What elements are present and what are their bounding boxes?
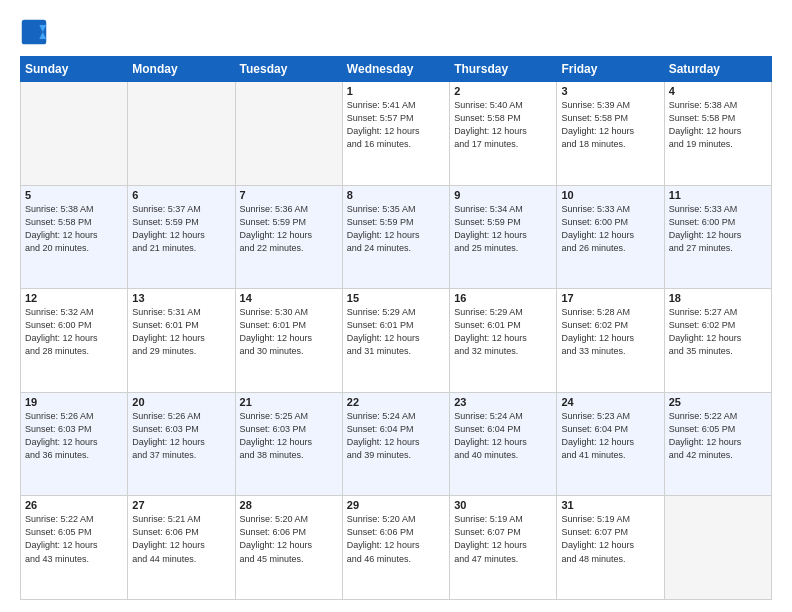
calendar-cell: 25Sunrise: 5:22 AM Sunset: 6:05 PM Dayli… xyxy=(664,392,771,496)
day-number: 9 xyxy=(454,189,552,201)
calendar-cell: 1Sunrise: 5:41 AM Sunset: 5:57 PM Daylig… xyxy=(342,82,449,186)
day-number: 27 xyxy=(132,499,230,511)
day-info: Sunrise: 5:38 AM Sunset: 5:58 PM Dayligh… xyxy=(25,203,123,255)
calendar-cell: 4Sunrise: 5:38 AM Sunset: 5:58 PM Daylig… xyxy=(664,82,771,186)
day-number: 7 xyxy=(240,189,338,201)
calendar-cell: 26Sunrise: 5:22 AM Sunset: 6:05 PM Dayli… xyxy=(21,496,128,600)
calendar-cell: 17Sunrise: 5:28 AM Sunset: 6:02 PM Dayli… xyxy=(557,289,664,393)
day-number: 25 xyxy=(669,396,767,408)
day-info: Sunrise: 5:35 AM Sunset: 5:59 PM Dayligh… xyxy=(347,203,445,255)
day-number: 3 xyxy=(561,85,659,97)
calendar-cell: 11Sunrise: 5:33 AM Sunset: 6:00 PM Dayli… xyxy=(664,185,771,289)
calendar-week-row: 12Sunrise: 5:32 AM Sunset: 6:00 PM Dayli… xyxy=(21,289,772,393)
weekday-header: Tuesday xyxy=(235,57,342,82)
day-info: Sunrise: 5:24 AM Sunset: 6:04 PM Dayligh… xyxy=(454,410,552,462)
day-info: Sunrise: 5:28 AM Sunset: 6:02 PM Dayligh… xyxy=(561,306,659,358)
page: SundayMondayTuesdayWednesdayThursdayFrid… xyxy=(0,0,792,612)
calendar-cell: 28Sunrise: 5:20 AM Sunset: 6:06 PM Dayli… xyxy=(235,496,342,600)
day-number: 23 xyxy=(454,396,552,408)
weekday-header: Sunday xyxy=(21,57,128,82)
weekday-header: Thursday xyxy=(450,57,557,82)
day-number: 26 xyxy=(25,499,123,511)
calendar-cell: 20Sunrise: 5:26 AM Sunset: 6:03 PM Dayli… xyxy=(128,392,235,496)
day-info: Sunrise: 5:37 AM Sunset: 5:59 PM Dayligh… xyxy=(132,203,230,255)
calendar-week-row: 1Sunrise: 5:41 AM Sunset: 5:57 PM Daylig… xyxy=(21,82,772,186)
calendar-cell: 8Sunrise: 5:35 AM Sunset: 5:59 PM Daylig… xyxy=(342,185,449,289)
day-info: Sunrise: 5:36 AM Sunset: 5:59 PM Dayligh… xyxy=(240,203,338,255)
calendar-cell: 24Sunrise: 5:23 AM Sunset: 6:04 PM Dayli… xyxy=(557,392,664,496)
day-info: Sunrise: 5:23 AM Sunset: 6:04 PM Dayligh… xyxy=(561,410,659,462)
day-number: 14 xyxy=(240,292,338,304)
calendar-cell: 27Sunrise: 5:21 AM Sunset: 6:06 PM Dayli… xyxy=(128,496,235,600)
day-info: Sunrise: 5:31 AM Sunset: 6:01 PM Dayligh… xyxy=(132,306,230,358)
calendar-cell: 2Sunrise: 5:40 AM Sunset: 5:58 PM Daylig… xyxy=(450,82,557,186)
calendar-week-row: 5Sunrise: 5:38 AM Sunset: 5:58 PM Daylig… xyxy=(21,185,772,289)
calendar-cell: 12Sunrise: 5:32 AM Sunset: 6:00 PM Dayli… xyxy=(21,289,128,393)
day-number: 24 xyxy=(561,396,659,408)
calendar-cell xyxy=(21,82,128,186)
logo xyxy=(20,18,52,46)
header xyxy=(20,18,772,46)
calendar-cell: 6Sunrise: 5:37 AM Sunset: 5:59 PM Daylig… xyxy=(128,185,235,289)
day-info: Sunrise: 5:39 AM Sunset: 5:58 PM Dayligh… xyxy=(561,99,659,151)
day-number: 5 xyxy=(25,189,123,201)
day-info: Sunrise: 5:33 AM Sunset: 6:00 PM Dayligh… xyxy=(561,203,659,255)
calendar-cell: 31Sunrise: 5:19 AM Sunset: 6:07 PM Dayli… xyxy=(557,496,664,600)
day-info: Sunrise: 5:30 AM Sunset: 6:01 PM Dayligh… xyxy=(240,306,338,358)
calendar-cell: 7Sunrise: 5:36 AM Sunset: 5:59 PM Daylig… xyxy=(235,185,342,289)
calendar-cell: 23Sunrise: 5:24 AM Sunset: 6:04 PM Dayli… xyxy=(450,392,557,496)
day-number: 4 xyxy=(669,85,767,97)
calendar-cell: 22Sunrise: 5:24 AM Sunset: 6:04 PM Dayli… xyxy=(342,392,449,496)
calendar-cell: 14Sunrise: 5:30 AM Sunset: 6:01 PM Dayli… xyxy=(235,289,342,393)
calendar-cell: 13Sunrise: 5:31 AM Sunset: 6:01 PM Dayli… xyxy=(128,289,235,393)
weekday-header: Wednesday xyxy=(342,57,449,82)
day-info: Sunrise: 5:33 AM Sunset: 6:00 PM Dayligh… xyxy=(669,203,767,255)
day-info: Sunrise: 5:38 AM Sunset: 5:58 PM Dayligh… xyxy=(669,99,767,151)
weekday-header: Friday xyxy=(557,57,664,82)
day-info: Sunrise: 5:29 AM Sunset: 6:01 PM Dayligh… xyxy=(347,306,445,358)
day-info: Sunrise: 5:24 AM Sunset: 6:04 PM Dayligh… xyxy=(347,410,445,462)
calendar-cell: 15Sunrise: 5:29 AM Sunset: 6:01 PM Dayli… xyxy=(342,289,449,393)
day-number: 29 xyxy=(347,499,445,511)
calendar-cell: 10Sunrise: 5:33 AM Sunset: 6:00 PM Dayli… xyxy=(557,185,664,289)
day-number: 10 xyxy=(561,189,659,201)
day-info: Sunrise: 5:40 AM Sunset: 5:58 PM Dayligh… xyxy=(454,99,552,151)
calendar-week-row: 19Sunrise: 5:26 AM Sunset: 6:03 PM Dayli… xyxy=(21,392,772,496)
calendar-cell xyxy=(664,496,771,600)
day-info: Sunrise: 5:41 AM Sunset: 5:57 PM Dayligh… xyxy=(347,99,445,151)
day-info: Sunrise: 5:19 AM Sunset: 6:07 PM Dayligh… xyxy=(454,513,552,565)
day-number: 31 xyxy=(561,499,659,511)
weekday-header: Saturday xyxy=(664,57,771,82)
day-number: 15 xyxy=(347,292,445,304)
svg-rect-0 xyxy=(22,20,47,45)
day-info: Sunrise: 5:19 AM Sunset: 6:07 PM Dayligh… xyxy=(561,513,659,565)
calendar-cell: 29Sunrise: 5:20 AM Sunset: 6:06 PM Dayli… xyxy=(342,496,449,600)
day-number: 19 xyxy=(25,396,123,408)
day-info: Sunrise: 5:20 AM Sunset: 6:06 PM Dayligh… xyxy=(347,513,445,565)
logo-icon xyxy=(20,18,48,46)
calendar-cell: 30Sunrise: 5:19 AM Sunset: 6:07 PM Dayli… xyxy=(450,496,557,600)
day-info: Sunrise: 5:25 AM Sunset: 6:03 PM Dayligh… xyxy=(240,410,338,462)
day-info: Sunrise: 5:21 AM Sunset: 6:06 PM Dayligh… xyxy=(132,513,230,565)
day-number: 8 xyxy=(347,189,445,201)
day-info: Sunrise: 5:26 AM Sunset: 6:03 PM Dayligh… xyxy=(132,410,230,462)
day-number: 11 xyxy=(669,189,767,201)
day-info: Sunrise: 5:20 AM Sunset: 6:06 PM Dayligh… xyxy=(240,513,338,565)
calendar-week-row: 26Sunrise: 5:22 AM Sunset: 6:05 PM Dayli… xyxy=(21,496,772,600)
day-info: Sunrise: 5:32 AM Sunset: 6:00 PM Dayligh… xyxy=(25,306,123,358)
calendar-cell: 19Sunrise: 5:26 AM Sunset: 6:03 PM Dayli… xyxy=(21,392,128,496)
calendar-header-row: SundayMondayTuesdayWednesdayThursdayFrid… xyxy=(21,57,772,82)
calendar-cell: 21Sunrise: 5:25 AM Sunset: 6:03 PM Dayli… xyxy=(235,392,342,496)
day-info: Sunrise: 5:34 AM Sunset: 5:59 PM Dayligh… xyxy=(454,203,552,255)
calendar-cell: 3Sunrise: 5:39 AM Sunset: 5:58 PM Daylig… xyxy=(557,82,664,186)
day-info: Sunrise: 5:29 AM Sunset: 6:01 PM Dayligh… xyxy=(454,306,552,358)
day-number: 2 xyxy=(454,85,552,97)
day-number: 28 xyxy=(240,499,338,511)
day-number: 22 xyxy=(347,396,445,408)
day-number: 16 xyxy=(454,292,552,304)
day-info: Sunrise: 5:22 AM Sunset: 6:05 PM Dayligh… xyxy=(25,513,123,565)
calendar-cell xyxy=(235,82,342,186)
day-number: 17 xyxy=(561,292,659,304)
weekday-header: Monday xyxy=(128,57,235,82)
calendar-cell: 18Sunrise: 5:27 AM Sunset: 6:02 PM Dayli… xyxy=(664,289,771,393)
